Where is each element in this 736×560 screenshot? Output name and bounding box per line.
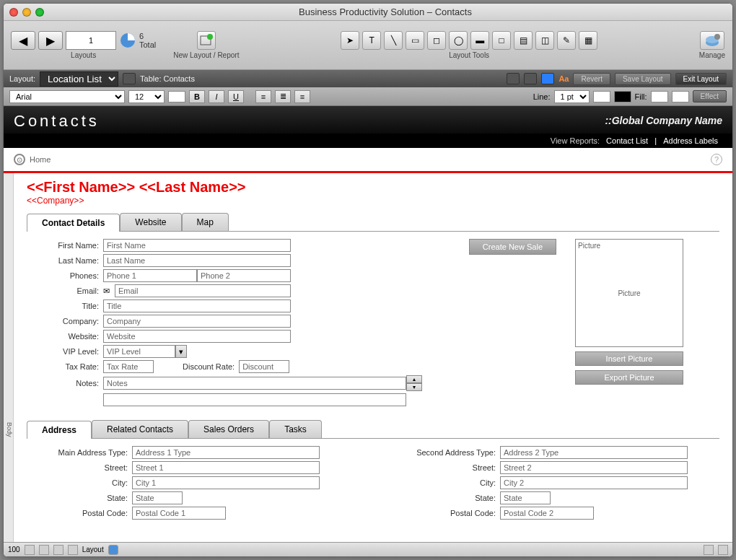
- postal2-field[interactable]: [500, 507, 594, 520]
- street1-field[interactable]: [132, 461, 320, 474]
- mode-button[interactable]: [108, 545, 118, 555]
- toggle2-icon[interactable]: [524, 73, 537, 84]
- notes-field-2[interactable]: [103, 393, 406, 406]
- portal-tool[interactable]: ▤: [514, 31, 533, 50]
- roundrect-tool[interactable]: ◻: [427, 31, 446, 50]
- discount-field[interactable]: [239, 360, 289, 373]
- contact-list-link[interactable]: Contact List: [606, 136, 648, 145]
- email-icon[interactable]: ✉: [103, 286, 115, 296]
- tab-map[interactable]: Map: [182, 213, 229, 231]
- scroll-right-icon[interactable]: [718, 545, 728, 555]
- company-field[interactable]: [103, 315, 291, 328]
- name-merge-field[interactable]: <<First Name>> <<Last Name>>: [27, 179, 719, 196]
- tab-website[interactable]: Website: [120, 213, 181, 231]
- size-select[interactable]: 12: [128, 90, 165, 103]
- close-icon[interactable]: [9, 8, 18, 17]
- title-field[interactable]: [103, 299, 291, 312]
- line-color-swatch[interactable]: [593, 91, 610, 102]
- text-tool[interactable]: T: [362, 31, 381, 50]
- vip-field[interactable]: [103, 345, 175, 358]
- create-sale-button[interactable]: Create New Sale: [469, 239, 556, 255]
- zoom-icon[interactable]: [35, 8, 44, 17]
- status-icon-1[interactable]: [53, 545, 63, 555]
- body-part-label[interactable]: Body: [4, 173, 14, 542]
- notes-field[interactable]: [103, 377, 406, 390]
- export-picture-button[interactable]: Export Picture: [575, 370, 683, 385]
- field-tool[interactable]: ✎: [557, 31, 576, 50]
- underline-button[interactable]: U: [228, 90, 244, 103]
- scroll-left-icon[interactable]: [704, 545, 714, 555]
- postal1-field[interactable]: [132, 507, 226, 520]
- effect-button[interactable]: Effect: [693, 90, 727, 102]
- exit-layout-button[interactable]: Exit Layout: [675, 73, 727, 85]
- fill-pattern-swatch[interactable]: [672, 91, 689, 102]
- last-name-field[interactable]: [103, 254, 291, 267]
- page-header: Contacts ::Global Company Name: [4, 106, 732, 134]
- main-addr-type-field[interactable]: [132, 446, 320, 459]
- breadcrumb: ⊙ Home ?: [4, 148, 732, 173]
- vip-dropdown-icon[interactable]: ▾: [175, 345, 187, 358]
- tab-address[interactable]: Address: [27, 421, 92, 439]
- align-left-button[interactable]: ≡: [255, 90, 271, 103]
- part-tool[interactable]: ▦: [579, 31, 597, 50]
- street2-field[interactable]: [500, 461, 688, 474]
- website-field[interactable]: [103, 330, 291, 343]
- bold-button[interactable]: B: [189, 90, 205, 103]
- zoom-in-icon[interactable]: [39, 545, 49, 555]
- insert-picture-button[interactable]: Insert Picture: [575, 351, 683, 366]
- phone1-field[interactable]: [103, 269, 197, 282]
- zoom-value[interactable]: 100: [8, 546, 20, 554]
- font-select[interactable]: Arial: [9, 90, 125, 103]
- second-addr-type-field[interactable]: [500, 446, 688, 459]
- chart-tool[interactable]: ◫: [535, 31, 554, 50]
- info-icon[interactable]: [541, 73, 554, 84]
- new-layout-button[interactable]: [197, 31, 216, 50]
- tab-sales-orders[interactable]: Sales Orders: [188, 420, 269, 438]
- fill-color-swatch[interactable]: [651, 91, 668, 102]
- manage-button[interactable]: [700, 31, 724, 50]
- tab-tool[interactable]: □: [492, 31, 511, 50]
- revert-button[interactable]: Revert: [573, 73, 610, 85]
- pencil-icon[interactable]: [123, 73, 136, 84]
- notes-down-icon[interactable]: ▾: [406, 383, 422, 391]
- state2-field[interactable]: [500, 491, 551, 504]
- home-icon[interactable]: ⊙: [14, 154, 25, 165]
- status-icon-2[interactable]: [68, 545, 78, 555]
- notes-up-icon[interactable]: ▴: [406, 375, 422, 383]
- city2-field[interactable]: [500, 476, 688, 489]
- picture-container[interactable]: Picture Picture: [575, 239, 683, 347]
- save-layout-button[interactable]: Save Layout: [615, 73, 671, 85]
- toggle1-icon[interactable]: [507, 73, 520, 84]
- home-label[interactable]: Home: [30, 155, 51, 164]
- help-icon[interactable]: ?: [711, 154, 722, 165]
- aa-button[interactable]: Aa: [558, 74, 569, 83]
- layout-select[interactable]: Location List: [40, 71, 118, 87]
- first-name-field[interactable]: [103, 239, 291, 252]
- oval-tool[interactable]: ◯: [449, 31, 468, 50]
- phone2-field[interactable]: [197, 269, 291, 282]
- align-right-button[interactable]: ≡: [294, 90, 310, 103]
- line-weight-select[interactable]: 1 pt: [554, 90, 590, 103]
- italic-button[interactable]: I: [209, 90, 224, 103]
- tab-tasks[interactable]: Tasks: [269, 420, 322, 438]
- button-tool[interactable]: ▬: [470, 31, 489, 50]
- minimize-icon[interactable]: [22, 8, 31, 17]
- next-record-button[interactable]: ▶: [38, 31, 63, 50]
- state1-field[interactable]: [132, 491, 183, 504]
- line-tool[interactable]: ╲: [384, 31, 403, 50]
- company-merge-field[interactable]: <<Company>>: [27, 196, 719, 206]
- tab-related-contacts[interactable]: Related Contacts: [92, 420, 188, 438]
- text-color-swatch[interactable]: [168, 91, 185, 102]
- prev-record-button[interactable]: ◀: [11, 31, 35, 50]
- zoom-out-icon[interactable]: [25, 545, 35, 555]
- tax-field[interactable]: [103, 360, 154, 373]
- line-pattern-swatch[interactable]: [614, 91, 631, 102]
- align-center-button[interactable]: ≣: [275, 90, 291, 103]
- city1-field[interactable]: [132, 476, 320, 489]
- tab-contact-details[interactable]: Contact Details: [27, 214, 120, 232]
- rect-tool[interactable]: ▭: [406, 31, 424, 50]
- email-field[interactable]: [115, 284, 291, 297]
- record-number-field[interactable]: 1: [66, 31, 116, 50]
- pointer-tool[interactable]: ➤: [341, 31, 359, 50]
- address-labels-link[interactable]: Address Labels: [663, 136, 718, 145]
